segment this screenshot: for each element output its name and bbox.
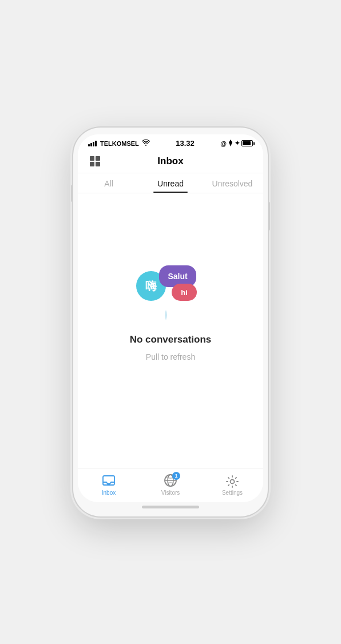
at-icon: @	[220, 140, 227, 147]
bottom-tab-settings[interactable]: Settings	[201, 471, 263, 499]
carrier-name: TELKOMSEL	[100, 140, 139, 147]
status-time: 13.32	[176, 139, 195, 148]
page-title: Inbox	[157, 156, 183, 167]
tab-unread[interactable]: Unread	[140, 173, 201, 193]
tab-bar: All Unread Unresolved	[78, 173, 263, 193]
nav-bar: Inbox	[78, 150, 263, 173]
empty-state: 嗨 Salut hi No conversations Pull to refr…	[78, 193, 263, 468]
location-icon	[228, 140, 233, 148]
visitors-icon-wrapper: 1	[164, 475, 177, 488]
tab-all[interactable]: All	[78, 173, 140, 193]
empty-state-illustration: 嗨 Salut hi	[136, 265, 205, 323]
bluetooth-icon: ✦	[235, 140, 240, 147]
bottom-tab-visitors[interactable]: 1 Visitors	[140, 471, 201, 499]
svg-point-3	[231, 480, 235, 484]
visitors-badge: 1	[172, 472, 180, 480]
status-right: @ ✦	[220, 140, 253, 148]
signal-bar-4	[95, 141, 97, 146]
visitors-tab-label: Visitors	[161, 490, 180, 496]
settings-tab-label: Settings	[222, 490, 243, 496]
tab-unresolved[interactable]: Unresolved	[201, 173, 263, 193]
grid-menu-button[interactable]	[87, 153, 103, 169]
phone-device: TELKOMSEL 13.32 @ ✦	[73, 128, 268, 516]
battery-icon	[241, 140, 253, 146]
nav-placeholder	[238, 153, 254, 169]
home-indicator[interactable]	[142, 506, 199, 508]
grid-icon	[90, 156, 100, 166]
signal-bar-2	[90, 143, 92, 146]
empty-title: No conversations	[130, 334, 212, 345]
status-bar: TELKOMSEL 13.32 @ ✦	[78, 134, 263, 150]
inbox-icon	[102, 475, 116, 488]
bottom-tab-inbox[interactable]: Inbox	[78, 471, 140, 499]
bubble-tail-icon	[160, 310, 172, 323]
signal-bars	[88, 141, 97, 146]
signal-bar-3	[93, 142, 94, 146]
wifi-icon	[142, 140, 150, 147]
bubble-hi: hi	[172, 284, 197, 301]
phone-screen: TELKOMSEL 13.32 @ ✦	[78, 134, 263, 502]
settings-icon	[225, 475, 239, 488]
signal-bar-1	[88, 144, 90, 146]
status-left: TELKOMSEL	[88, 140, 150, 147]
inbox-tab-label: Inbox	[102, 490, 116, 496]
bottom-tab-bar: Inbox 1 Visitors	[78, 468, 263, 502]
empty-subtitle: Pull to refresh	[146, 352, 195, 361]
